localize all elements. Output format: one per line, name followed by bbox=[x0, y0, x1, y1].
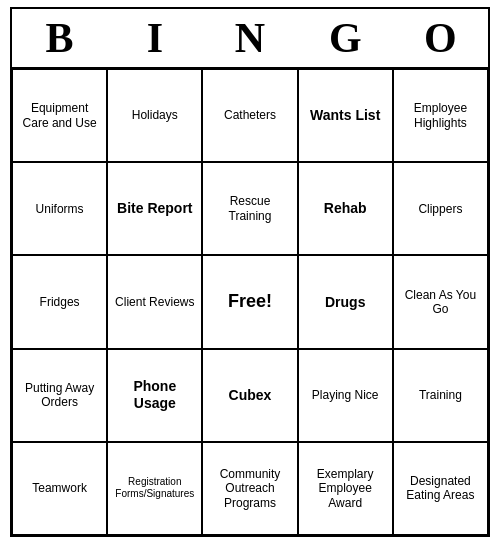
bingo-letter-g: G bbox=[298, 9, 393, 69]
bingo-cell: Teamwork bbox=[12, 442, 107, 535]
bingo-cell: Clean As You Go bbox=[393, 255, 488, 348]
bingo-cell: Playing Nice bbox=[298, 349, 393, 442]
bingo-cell: Wants List bbox=[298, 69, 393, 162]
bingo-cell: Cubex bbox=[202, 349, 297, 442]
bingo-cell: Registration Forms/Signatures bbox=[107, 442, 202, 535]
bingo-cell: Phone Usage bbox=[107, 349, 202, 442]
bingo-cell: Equipment Care and Use bbox=[12, 69, 107, 162]
bingo-grid: Equipment Care and UseHolidaysCathetersW… bbox=[12, 69, 488, 535]
bingo-header: BINGO bbox=[12, 9, 488, 69]
bingo-cell: Holidays bbox=[107, 69, 202, 162]
bingo-cell: Catheters bbox=[202, 69, 297, 162]
bingo-cell: Client Reviews bbox=[107, 255, 202, 348]
bingo-cell: Training bbox=[393, 349, 488, 442]
bingo-cell: Free! bbox=[202, 255, 297, 348]
bingo-cell: Drugs bbox=[298, 255, 393, 348]
bingo-cell: Uniforms bbox=[12, 162, 107, 255]
bingo-cell: Exemplary Employee Award bbox=[298, 442, 393, 535]
bingo-cell: Rescue Training bbox=[202, 162, 297, 255]
bingo-letter-i: I bbox=[107, 9, 202, 69]
bingo-letter-n: N bbox=[202, 9, 297, 69]
bingo-cell: Fridges bbox=[12, 255, 107, 348]
bingo-letter-o: O bbox=[393, 9, 488, 69]
bingo-cell: Putting Away Orders bbox=[12, 349, 107, 442]
bingo-cell: Clippers bbox=[393, 162, 488, 255]
bingo-cell: Designated Eating Areas bbox=[393, 442, 488, 535]
bingo-cell: Bite Report bbox=[107, 162, 202, 255]
bingo-cell: Employee Highlights bbox=[393, 69, 488, 162]
bingo-cell: Community Outreach Programs bbox=[202, 442, 297, 535]
bingo-letter-b: B bbox=[12, 9, 107, 69]
bingo-card: BINGO Equipment Care and UseHolidaysCath… bbox=[10, 7, 490, 537]
bingo-cell: Rehab bbox=[298, 162, 393, 255]
